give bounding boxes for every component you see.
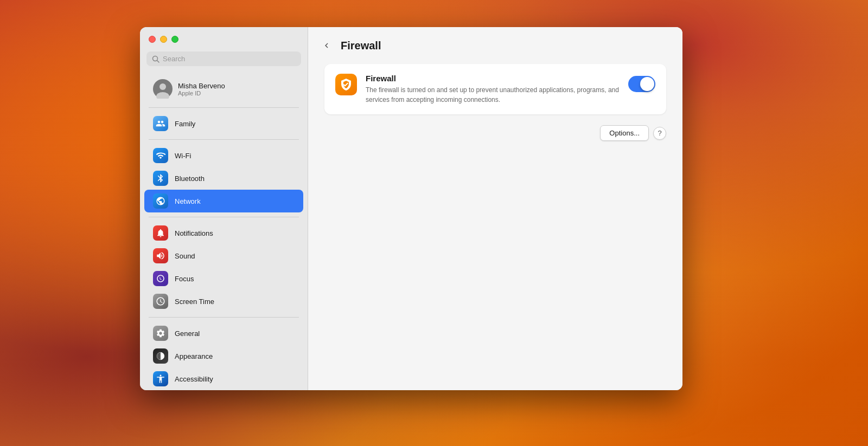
sidebar-item-wifi[interactable]: Wi-Fi	[144, 144, 303, 167]
user-name: Misha Berveno	[178, 82, 225, 90]
search-bar[interactable]: Search	[146, 51, 301, 66]
firewall-icon	[335, 74, 357, 95]
svg-point-3	[159, 83, 166, 90]
appearance-icon	[153, 348, 168, 364]
notifications-label: Notifications	[175, 229, 213, 237]
sidebar: Search Misha Berveno Apple ID	[140, 27, 308, 390]
network-icon	[153, 193, 168, 209]
sidebar-item-sound[interactable]: Sound	[144, 244, 303, 267]
firewall-description: The firewall is turned on and set up to …	[366, 85, 620, 105]
avatar	[153, 79, 173, 99]
search-icon	[152, 55, 159, 63]
window-controls	[140, 36, 308, 51]
main-header: Firewall	[308, 27, 682, 64]
options-button[interactable]: Options...	[600, 125, 649, 141]
notifications-icon	[153, 225, 168, 241]
wifi-icon	[153, 148, 168, 163]
help-button[interactable]: ?	[653, 127, 666, 140]
focus-label: Focus	[175, 275, 194, 283]
back-button[interactable]	[319, 38, 334, 53]
screentime-icon	[153, 294, 168, 309]
accessibility-icon	[153, 371, 168, 386]
sidebar-item-user[interactable]: Misha Berveno Apple ID	[144, 75, 303, 103]
sidebar-item-accessibility[interactable]: Accessibility	[144, 367, 303, 390]
sidebar-item-appearance[interactable]: Appearance	[144, 345, 303, 367]
sidebar-item-bluetooth[interactable]: Bluetooth	[144, 167, 303, 190]
page-title: Firewall	[341, 40, 381, 52]
toggle-knob	[640, 77, 654, 91]
separator-1	[149, 107, 299, 108]
separator-2	[149, 139, 299, 140]
separator-3	[149, 217, 299, 217]
general-label: General	[175, 329, 200, 338]
family-label: Family	[175, 120, 195, 128]
sidebar-item-general[interactable]: General	[144, 322, 303, 345]
separator-4	[149, 317, 299, 318]
system-settings-window: Search Misha Berveno Apple ID	[140, 27, 682, 390]
svg-line-1	[157, 60, 159, 62]
maximize-button[interactable]	[171, 36, 178, 43]
sidebar-item-notifications[interactable]: Notifications	[144, 222, 303, 244]
firewall-info: Firewall The firewall is turned on and s…	[366, 74, 620, 105]
close-button[interactable]	[149, 36, 156, 43]
minimize-button[interactable]	[160, 36, 167, 43]
general-icon	[153, 326, 168, 341]
bluetooth-label: Bluetooth	[175, 174, 205, 183]
sidebar-items-list: Misha Berveno Apple ID Family	[140, 75, 308, 390]
bottom-actions: Options... ?	[324, 125, 666, 141]
network-label: Network	[175, 197, 201, 205]
user-subtitle: Apple ID	[178, 90, 225, 96]
sound-label: Sound	[175, 252, 195, 260]
wifi-label: Wi-Fi	[175, 152, 191, 160]
firewall-toggle[interactable]	[628, 76, 655, 92]
sidebar-item-family[interactable]: Family	[144, 112, 303, 135]
family-icon	[153, 116, 168, 131]
user-info: Misha Berveno Apple ID	[178, 82, 225, 96]
sidebar-item-network[interactable]: Network	[144, 190, 303, 212]
main-content: Firewall Firewall The firewall is turned…	[308, 27, 682, 390]
firewall-card: Firewall The firewall is turned on and s…	[324, 64, 666, 114]
search-placeholder: Search	[163, 55, 185, 63]
sidebar-item-screentime[interactable]: Screen Time	[144, 290, 303, 313]
sidebar-item-focus[interactable]: Focus	[144, 267, 303, 290]
main-body: Firewall The firewall is turned on and s…	[308, 64, 682, 390]
sound-icon	[153, 248, 168, 263]
appearance-label: Appearance	[175, 352, 213, 360]
accessibility-label: Accessibility	[175, 375, 213, 383]
screentime-label: Screen Time	[175, 298, 214, 306]
focus-icon	[153, 271, 168, 286]
bluetooth-icon	[153, 171, 168, 186]
firewall-title: Firewall	[366, 74, 620, 83]
